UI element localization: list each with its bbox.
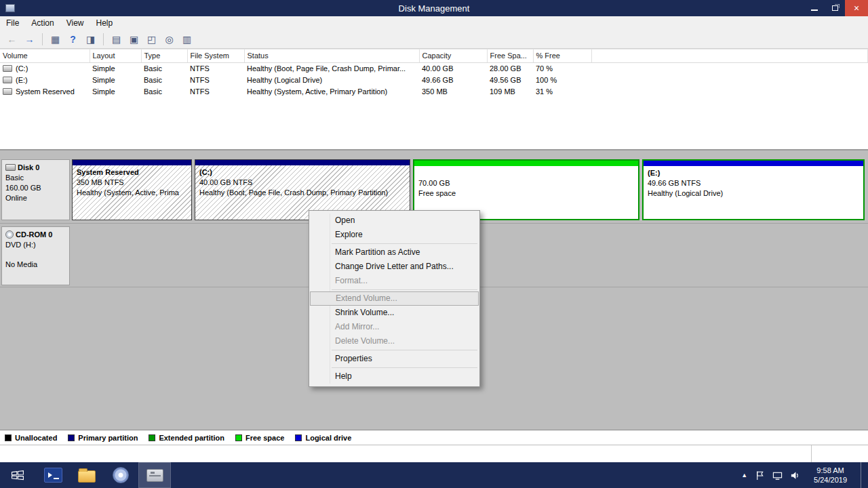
taskbar-powershell[interactable]: [37, 462, 69, 488]
action-pane-icon[interactable]: ◨: [83, 32, 98, 47]
context-menu-item-format[interactable]: Format...: [309, 274, 479, 288]
maximize-button[interactable]: [825, 0, 845, 16]
folder-icon: [78, 470, 96, 483]
context-menu: Open Explore Mark Partition as Active Ch…: [309, 210, 480, 387]
header-pct-free[interactable]: % Free: [533, 49, 591, 62]
windows-logo-icon: [11, 470, 24, 481]
partition-e[interactable]: (E:) 49.66 GB NTFS Healthy (Logical Driv…: [642, 159, 865, 220]
close-icon: ×: [854, 3, 859, 14]
context-menu-item-add-mirror[interactable]: Add Mirror...: [309, 320, 479, 334]
minimize-icon: [811, 9, 818, 11]
partition-status: Healthy (Boot, Page File, Crash Dump, Pr…: [199, 188, 406, 198]
app-icon: [5, 4, 15, 12]
context-menu-item-help[interactable]: Help: [309, 369, 479, 384]
context-menu-item-shrink-volume[interactable]: Shrink Volume...: [309, 306, 479, 320]
context-menu-item-properties[interactable]: Properties: [309, 352, 479, 366]
menu-file[interactable]: File: [0, 17, 25, 29]
header-layout[interactable]: Layout: [90, 49, 141, 62]
disk-status: No Media: [5, 260, 66, 270]
partition-size: 40.00 GB NTFS: [199, 178, 406, 188]
header-capacity[interactable]: Capacity: [419, 49, 487, 62]
header-volume[interactable]: Volume: [0, 49, 90, 62]
network-icon[interactable]: [772, 470, 783, 481]
search-icon[interactable]: ◎: [161, 32, 177, 47]
header-free-space[interactable]: Free Spa...: [487, 49, 533, 62]
cell-file-system: NTFS: [187, 74, 244, 85]
help-icon[interactable]: ?: [65, 32, 81, 47]
properties-icon[interactable]: ▣: [126, 32, 142, 47]
cell-type: Basic: [141, 74, 187, 85]
disk-management-window: Disk Management × File Action View Help …: [0, 0, 868, 488]
views-icon[interactable]: ▥: [179, 32, 195, 47]
cdrom-0-label[interactable]: CD-ROM 0 DVD (H:) No Media: [1, 226, 70, 285]
taskbar-file-explorer[interactable]: [71, 462, 103, 488]
context-menu-item-mark-partition-active[interactable]: Mark Partition as Active: [309, 245, 479, 260]
legend-label: Unallocated: [15, 434, 57, 442]
context-menu-item-extend-volume[interactable]: Extend Volume...: [310, 291, 479, 306]
start-button[interactable]: [0, 462, 35, 488]
partition-size: 70.00 GB: [418, 178, 634, 188]
powershell-icon: [44, 468, 62, 483]
disk-0-label[interactable]: Disk 0 Basic 160.00 GB Online: [1, 159, 70, 220]
cell-layout: Simple: [90, 85, 141, 97]
disk-status: Online: [5, 193, 66, 203]
restore-icon: [832, 5, 838, 11]
volume-list-header: Volume Layout Type File System Status Ca…: [0, 49, 868, 62]
volume-row-c[interactable]: (C:) Simple Basic NTFS Healthy (Boot, Pa…: [0, 62, 868, 74]
menu-view[interactable]: View: [60, 17, 90, 29]
open-folder-icon[interactable]: ◰: [144, 32, 159, 47]
volume-row-system-reserved[interactable]: System Reserved Simple Basic NTFS Health…: [0, 85, 868, 97]
context-menu-separator: [332, 367, 477, 368]
status-strip: [0, 445, 868, 462]
show-desktop-button[interactable]: [861, 462, 866, 488]
legend-bar: Unallocated Primary partition Extended p…: [0, 430, 868, 445]
context-menu-item-delete-volume[interactable]: Delete Volume...: [309, 334, 479, 348]
header-type[interactable]: Type: [141, 49, 187, 62]
cell-status: Healthy (System, Active, Primary Partiti…: [244, 85, 419, 97]
partition-system-reserved[interactable]: System Reserved 350 MB NTFS Healthy (Sys…: [72, 159, 192, 220]
cell-free-space: 109 MB: [487, 85, 533, 97]
forward-icon[interactable]: →: [22, 32, 37, 47]
context-menu-item-open[interactable]: Open: [309, 214, 479, 228]
cell-volume: System Reserved: [16, 87, 75, 96]
partition-name: System Reserved: [77, 167, 187, 178]
partition-color-strip: [414, 161, 638, 166]
menubar: File Action View Help: [0, 16, 868, 30]
legend-label: Logical drive: [305, 434, 351, 442]
cdrom-icon: [5, 230, 14, 239]
system-tray: ▲ 9:58 AM 5/24/2019: [741, 462, 868, 488]
titlebar[interactable]: Disk Management ×: [0, 0, 868, 16]
close-button[interactable]: ×: [845, 0, 868, 16]
context-menu-item-change-drive-letter[interactable]: Change Drive Letter and Paths...: [309, 260, 479, 274]
taskbar-media-player[interactable]: [104, 462, 137, 488]
taskbar-disk-management[interactable]: [138, 462, 171, 488]
drive-icon: [3, 77, 12, 83]
legend-logical-drive: Logical drive: [295, 434, 351, 442]
volume-row-e[interactable]: (E:) Simple Basic NTFS Healthy (Logical …: [0, 74, 868, 85]
header-status[interactable]: Status: [244, 49, 419, 62]
partition-name: (C:): [199, 167, 406, 178]
minimize-button[interactable]: [804, 0, 825, 16]
menu-action[interactable]: Action: [25, 17, 60, 29]
tray-expand-icon[interactable]: ▲: [741, 472, 747, 479]
partition-status: Free space: [418, 188, 634, 199]
console-tree-icon[interactable]: ▦: [47, 32, 63, 47]
partition-name: (E:): [648, 168, 859, 178]
tray-date: 5/24/2019: [814, 475, 847, 485]
volume-list-pane: Volume Layout Type File System Status Ca…: [0, 49, 868, 150]
back-icon[interactable]: ←: [4, 32, 20, 47]
action-center-flag-icon[interactable]: [755, 470, 765, 481]
context-menu-item-explore[interactable]: Explore: [309, 228, 479, 242]
context-menu-separator: [332, 350, 477, 350]
cell-layout: Simple: [90, 74, 141, 85]
cell-volume: (C:): [16, 64, 28, 73]
legend-label: Free space: [245, 434, 284, 442]
clock[interactable]: 9:58 AM 5/24/2019: [808, 466, 853, 485]
export-list-icon[interactable]: ▤: [108, 32, 124, 47]
cell-file-system: NTFS: [187, 62, 244, 74]
window-title: Disk Management: [0, 3, 868, 14]
menu-help[interactable]: Help: [90, 17, 119, 29]
volume-icon[interactable]: [790, 470, 800, 481]
header-file-system[interactable]: File System: [187, 49, 244, 62]
extended-partition-swatch: [149, 434, 155, 441]
